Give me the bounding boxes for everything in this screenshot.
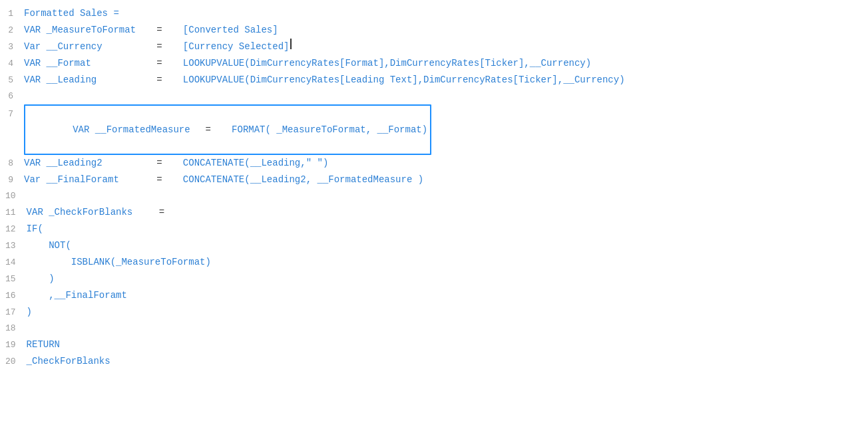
var-name-3: __Currency bbox=[47, 39, 103, 55]
code-line-2: 2 VAR _MeasureToFormat = [Converted Sale… bbox=[0, 22, 868, 39]
line-num-12: 12 bbox=[5, 221, 27, 237]
func-7: FORMAT( _MeasureToFormat, __Format) bbox=[232, 124, 427, 135]
code-line-9: 9 Var __FinalForamt = CONCATENATE(__Lead… bbox=[0, 172, 868, 188]
line-num-7: 7 bbox=[5, 106, 24, 122]
line-num-3: 3 bbox=[5, 39, 24, 55]
code-line-19: 19 RETURN bbox=[0, 337, 868, 353]
code-line-15: 15 ) bbox=[0, 271, 868, 287]
line-num-15: 15 bbox=[5, 271, 27, 287]
op-5: = bbox=[97, 72, 183, 88]
op-7: = bbox=[190, 124, 232, 135]
code-line-8: 8 VAR __Leading2 = CONCATENATE(__Leading… bbox=[0, 155, 868, 172]
op-8: = bbox=[103, 155, 183, 171]
line-num-6: 6 bbox=[5, 88, 24, 104]
code-line-20: 20 _CheckForBlanks bbox=[0, 353, 868, 370]
func-4: LOOKUPVALUE(DimCurrencyRates[Format],Dim… bbox=[183, 55, 591, 71]
line-num-19: 19 bbox=[5, 337, 27, 353]
func-5: LOOKUPVALUE(DimCurrencyRates[Leading Tex… bbox=[183, 72, 625, 88]
kw-var-2: VAR bbox=[24, 22, 47, 38]
line15-text: ) bbox=[27, 271, 55, 287]
var-name-5: __Leading bbox=[47, 72, 97, 88]
code-line-10: 10 bbox=[0, 188, 868, 204]
op-2: = bbox=[136, 22, 183, 38]
line-num-17: 17 bbox=[5, 305, 27, 321]
kw-return-19: RETURN bbox=[27, 337, 60, 352]
code-line-14: 14 ISBLANK(_MeasureToFormat) bbox=[0, 254, 868, 271]
ref-3: [Currency Selected] bbox=[183, 39, 290, 55]
var-name-8: __Leading2 bbox=[47, 155, 103, 171]
text-cursor bbox=[290, 39, 292, 49]
line16-text: ,__FinalForamt bbox=[27, 287, 127, 303]
var-name-2: _MeasureToFormat bbox=[47, 22, 136, 38]
code-line-1: 1 Formatted Sales = bbox=[0, 5, 868, 22]
code-line-7: 7 VAR __FormatedMeasure = FORMAT( _Measu… bbox=[0, 104, 868, 155]
code-line-4: 4 VAR __Format = LOOKUPVALUE(DimCurrency… bbox=[0, 55, 868, 72]
line-num-13: 13 bbox=[5, 238, 27, 254]
code-line-17: 17 ) bbox=[0, 304, 868, 321]
line-num-11: 11 bbox=[5, 205, 27, 221]
line-num-16: 16 bbox=[5, 288, 27, 304]
code-line-11: 11 VAR _CheckForBlanks = bbox=[0, 204, 868, 221]
line-num-5: 5 bbox=[5, 72, 24, 88]
line-num-8: 8 bbox=[5, 156, 24, 172]
code-line-5: 5 VAR __Leading = LOOKUPVALUE(DimCurrenc… bbox=[0, 72, 868, 88]
kw-var-5: VAR bbox=[24, 72, 47, 88]
op-3: = bbox=[103, 39, 183, 55]
line-num-20: 20 bbox=[5, 354, 27, 370]
code-line-12: 12 IF( bbox=[0, 221, 868, 237]
code-line-13: 13 NOT( bbox=[0, 237, 868, 254]
line14-text: ISBLANK(_MeasureToFormat) bbox=[27, 254, 211, 270]
line17-text: ) bbox=[27, 304, 32, 320]
ref-2: [Converted Sales] bbox=[183, 22, 278, 38]
op-11: = bbox=[132, 204, 168, 220]
kw-var-11: VAR bbox=[27, 204, 49, 220]
op-9: = bbox=[119, 172, 183, 188]
line-num-18: 18 bbox=[5, 321, 27, 337]
line-num-4: 4 bbox=[5, 56, 24, 72]
line-num-14: 14 bbox=[5, 255, 27, 271]
var-name-11: _CheckForBlanks bbox=[49, 204, 132, 220]
var-name-9: __FinalForamt bbox=[47, 172, 119, 188]
code-line-18: 18 bbox=[0, 321, 868, 337]
func-9: CONCATENATE(__Leading2, __FormatedMeasur… bbox=[183, 172, 423, 188]
op-4: = bbox=[91, 55, 183, 71]
kw-var-3: Var bbox=[24, 39, 47, 55]
var-name-7: __FormatedMeasure bbox=[95, 124, 190, 135]
line-num-9: 9 bbox=[5, 172, 24, 188]
code-line-3: 3 Var __Currency = [Currency Selected] bbox=[0, 39, 868, 55]
kw-var-7: VAR bbox=[73, 124, 95, 135]
line1-text: Formatted Sales = bbox=[24, 5, 119, 21]
func-8: CONCATENATE(__Leading," ") bbox=[183, 155, 328, 171]
var-name-4: __Format bbox=[47, 55, 91, 71]
line12-text: IF( bbox=[27, 221, 43, 237]
line20-text: _CheckForBlanks bbox=[27, 353, 110, 369]
code-line-16: 16 ,__FinalForamt bbox=[0, 287, 868, 304]
line-num-1: 1 bbox=[5, 6, 24, 22]
line-num-2: 2 bbox=[5, 23, 24, 39]
line-num-10: 10 bbox=[5, 188, 27, 204]
kw-var-4: VAR bbox=[24, 55, 47, 71]
kw-var-9: Var bbox=[24, 172, 47, 188]
line13-text: NOT( bbox=[27, 237, 71, 253]
code-line-6: 6 bbox=[0, 88, 868, 104]
code-editor[interactable]: 1 Formatted Sales = 2 VAR _MeasureToForm… bbox=[0, 0, 868, 423]
kw-var-8: VAR bbox=[24, 155, 47, 171]
